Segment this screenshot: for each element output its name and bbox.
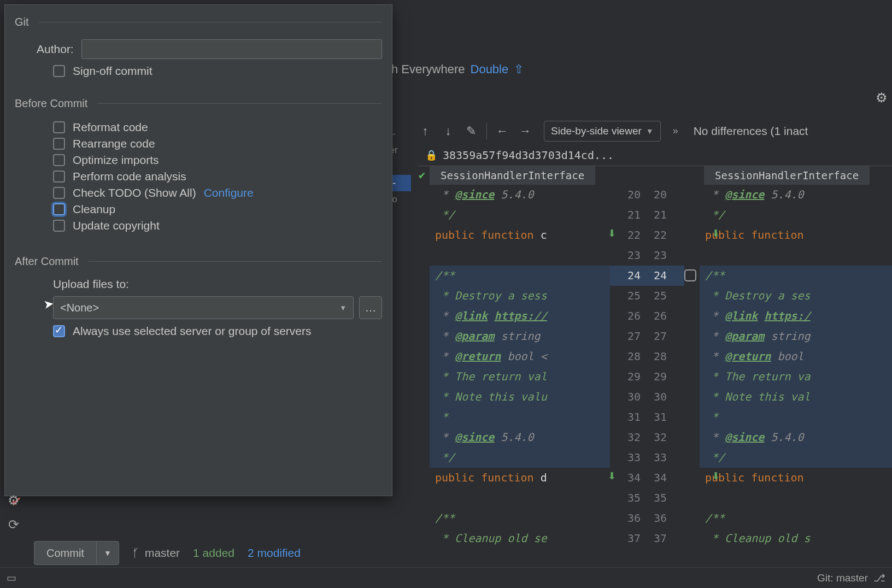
checkmark-icon: ✔ — [414, 166, 430, 185]
author-input[interactable] — [81, 39, 382, 59]
signoff-row[interactable]: Sign-off commit — [53, 64, 382, 78]
modified-count[interactable]: 2 modified — [248, 546, 301, 560]
left-revision-hash[interactable]: 38359a57f94d3d3703d14cd... — [443, 149, 614, 162]
reformat-label: Reformat code — [73, 121, 148, 134]
arrow-down-icon[interactable]: ↓ — [441, 124, 456, 139]
line-number: 24 — [610, 266, 647, 286]
rearrange-checkbox[interactable] — [53, 138, 65, 150]
line-number: 33 — [610, 448, 647, 468]
commit-options-popup: Git Author: Sign-off commit Before Commi… — [4, 4, 392, 496]
code-line: * — [700, 407, 892, 427]
right-code-pane[interactable]: * @since 5.4.0 */public function /** * D… — [700, 185, 892, 552]
status-bar: ▭ Git: master ⎇ — [0, 567, 892, 588]
upload-select[interactable]: <None> ▼ — [53, 296, 354, 319]
code-line: public function c — [430, 225, 610, 245]
optimize-checkbox[interactable] — [53, 154, 65, 166]
added-count[interactable]: 1 added — [193, 546, 234, 560]
chevron-down-icon: ▼ — [339, 304, 347, 312]
git-branch-icon[interactable]: ⎇ — [873, 572, 885, 584]
code-line: public function d — [430, 468, 610, 488]
line-number: 21 — [610, 205, 647, 225]
todo-row[interactable]: Check TODO (Show All) Configure — [53, 186, 382, 199]
arrow-up-icon[interactable]: ↑ — [418, 124, 433, 139]
layout-icon[interactable]: ▭ — [7, 572, 16, 584]
more-button[interactable]: … — [359, 296, 382, 319]
left-code-pane[interactable]: * @since 5.4.0 */public function c/** * … — [430, 185, 610, 552]
hint-double: Double — [471, 62, 509, 77]
back-icon[interactable]: ← — [495, 124, 510, 139]
code-line: * @since 5.4.0 — [700, 185, 892, 205]
signoff-checkbox[interactable] — [53, 65, 65, 77]
chevron-down-icon[interactable]: ▼ — [97, 549, 119, 557]
reformat-checkbox[interactable] — [53, 121, 65, 133]
line-number: 23 — [647, 245, 684, 266]
forward-icon[interactable]: → — [518, 124, 533, 139]
diff-toolbar: ↑ ↓ ✎ ← → Side-by-side viewer ▼ » No dif… — [418, 117, 892, 145]
always-use-label: Always use selected server or group of s… — [73, 325, 312, 338]
author-label: Author: — [37, 43, 74, 56]
line-number: 20 — [647, 185, 684, 205]
line-number: 37 — [610, 528, 647, 549]
edit-icon[interactable]: ✎ — [463, 124, 479, 139]
analysis-row[interactable]: Perform code analysis — [53, 170, 382, 183]
line-number: 35 — [610, 488, 647, 508]
line-number: 28 — [647, 346, 684, 367]
reformat-row[interactable]: Reformat code — [53, 121, 382, 134]
code-line: * @since 5.4.0 — [430, 427, 610, 448]
code-line: * @return bool — [700, 346, 892, 367]
diff-marker-icon: ⬇ — [608, 227, 616, 239]
right-line-numbers: 202122232425262728293031323334353637 — [647, 185, 684, 552]
search-everywhere-hint: h Everywhere Double ⇧ — [391, 62, 524, 77]
code-line: */ — [430, 448, 610, 468]
copyright-checkbox[interactable] — [53, 220, 65, 232]
diff-marker-icon: ⬇ — [712, 227, 720, 239]
diff-marker-icon: ⬇ — [712, 470, 720, 482]
gear-icon[interactable]: ⚙ — [8, 493, 20, 508]
line-number: 23 — [610, 245, 647, 266]
code-line: /** — [430, 508, 610, 528]
code-line: /** — [700, 266, 892, 286]
left-diff-tab[interactable]: SessionHandlerInterface — [430, 166, 595, 185]
right-diff-tab[interactable]: SessionHandlerInterface — [704, 166, 870, 185]
accept-change-checkbox[interactable] — [684, 269, 696, 281]
line-number: 34 — [647, 468, 684, 488]
analysis-label: Perform code analysis — [73, 170, 186, 183]
code-line: * The return va — [700, 367, 892, 387]
line-number: 28 — [610, 346, 647, 367]
todo-checkbox[interactable] — [53, 187, 65, 199]
code-line: * @param string — [700, 326, 892, 346]
branch-icon: ᚶ — [132, 546, 139, 560]
before-commit-title: Before Commit — [15, 97, 382, 110]
copyright-label: Update copyright — [73, 219, 160, 232]
line-number: 25 — [610, 286, 647, 306]
branch-indicator[interactable]: ᚶ master — [132, 546, 180, 560]
code-line — [430, 488, 610, 508]
always-use-checkbox[interactable] — [53, 325, 65, 337]
line-number: 33 — [647, 448, 684, 468]
optimize-row[interactable]: Optimize imports — [53, 154, 382, 167]
line-number: 25 — [647, 286, 684, 306]
code-line: /** — [700, 508, 892, 528]
expand-icon[interactable]: » — [673, 125, 678, 137]
viewer-mode-select[interactable]: Side-by-side viewer ▼ — [544, 121, 661, 142]
code-line: * — [430, 407, 610, 427]
todo-configure-link[interactable]: Configure — [204, 186, 254, 199]
always-use-row[interactable]: Always use selected server or group of s… — [53, 325, 382, 338]
line-number: 29 — [610, 367, 647, 387]
git-section-title: Git — [15, 16, 382, 28]
cleanup-checkbox[interactable] — [53, 203, 65, 215]
copyright-row[interactable]: Update copyright — [53, 219, 382, 232]
code-line: */ — [700, 448, 892, 468]
rearrange-row[interactable]: Rearrange code — [53, 137, 382, 150]
line-number: 32 — [610, 427, 647, 448]
commit-button[interactable]: Commit ▼ — [34, 541, 119, 565]
code-line — [430, 245, 610, 266]
history-icon[interactable]: ⟳ — [8, 517, 19, 532]
git-status[interactable]: Git: master — [817, 572, 868, 584]
code-line: * @link https:/ — [700, 306, 892, 326]
cleanup-row[interactable]: Cleanup — [53, 203, 382, 216]
gear-icon[interactable]: ⚙ — [876, 90, 888, 105]
analysis-checkbox[interactable] — [53, 170, 65, 183]
diff-status-text: No differences (1 inact — [694, 125, 808, 138]
after-commit-title: After Commit — [15, 255, 382, 268]
